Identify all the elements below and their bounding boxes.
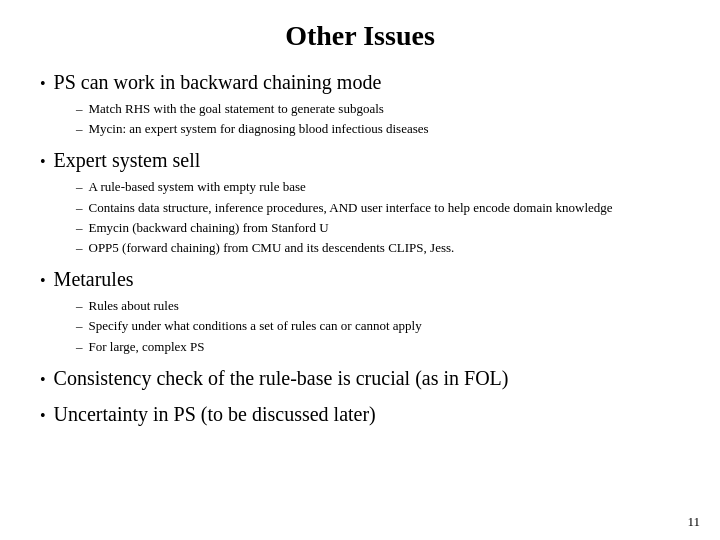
dash-icon: – bbox=[76, 239, 83, 257]
bullet-3: • Metarules bbox=[40, 265, 680, 293]
sub-bullets-2: – A rule-based system with empty rule ba… bbox=[40, 178, 680, 257]
slide-content: • PS can work in backward chaining mode … bbox=[40, 68, 680, 428]
sub-text-3-1: Rules about rules bbox=[89, 297, 179, 315]
bullet-5: • Uncertainty in PS (to be discussed lat… bbox=[40, 400, 680, 428]
bullet-symbol-5: • bbox=[40, 405, 46, 427]
sub-bullet-2-2: – Contains data structure, inference pro… bbox=[76, 199, 680, 217]
sub-text-3-3: For large, complex PS bbox=[89, 338, 205, 356]
bullet-symbol-3: • bbox=[40, 270, 46, 292]
bullet-symbol-1: • bbox=[40, 73, 46, 95]
dash-icon: – bbox=[76, 100, 83, 118]
sub-bullet-3-2: – Specify under what conditions a set of… bbox=[76, 317, 680, 335]
sub-bullet-3-1: – Rules about rules bbox=[76, 297, 680, 315]
bullet-4: • Consistency check of the rule-base is … bbox=[40, 364, 680, 392]
sub-bullet-2-3: – Emycin (backward chaining) from Stanfo… bbox=[76, 219, 680, 237]
sub-bullets-3: – Rules about rules – Specify under what… bbox=[40, 297, 680, 356]
bullet-text-3: Metarules bbox=[54, 265, 134, 293]
dash-icon: – bbox=[76, 199, 83, 217]
dash-icon: – bbox=[76, 178, 83, 196]
dash-icon: – bbox=[76, 219, 83, 237]
bullet-text-1: PS can work in backward chaining mode bbox=[54, 68, 382, 96]
sub-bullet-2-4: – OPP5 (forward chaining) from CMU and i… bbox=[76, 239, 680, 257]
sub-bullet-1-2: – Mycin: an expert system for diagnosing… bbox=[76, 120, 680, 138]
page-number: 11 bbox=[687, 514, 700, 530]
dash-icon: – bbox=[76, 317, 83, 335]
sub-bullet-1-1: – Match RHS with the goal statement to g… bbox=[76, 100, 680, 118]
dash-icon: – bbox=[76, 120, 83, 138]
dash-icon: – bbox=[76, 338, 83, 356]
slide-container: Other Issues • PS can work in backward c… bbox=[0, 0, 720, 540]
bullet-1: • PS can work in backward chaining mode bbox=[40, 68, 680, 96]
slide-title: Other Issues bbox=[40, 20, 680, 52]
sub-bullets-1: – Match RHS with the goal statement to g… bbox=[40, 100, 680, 138]
sub-text-2-4: OPP5 (forward chaining) from CMU and its… bbox=[89, 239, 455, 257]
bullet-text-2: Expert system sell bbox=[54, 146, 201, 174]
sub-text-2-1: A rule-based system with empty rule base bbox=[89, 178, 306, 196]
sub-bullet-3-3: – For large, complex PS bbox=[76, 338, 680, 356]
bullet-symbol-4: • bbox=[40, 369, 46, 391]
bullet-symbol-2: • bbox=[40, 151, 46, 173]
sub-text-2-2: Contains data structure, inference proce… bbox=[89, 199, 613, 217]
sub-text-1-2: Mycin: an expert system for diagnosing b… bbox=[89, 120, 429, 138]
dash-icon: – bbox=[76, 297, 83, 315]
bullet-text-5: Uncertainty in PS (to be discussed later… bbox=[54, 400, 376, 428]
sub-bullet-2-1: – A rule-based system with empty rule ba… bbox=[76, 178, 680, 196]
bullet-text-4: Consistency check of the rule-base is cr… bbox=[54, 364, 509, 392]
sub-text-3-2: Specify under what conditions a set of r… bbox=[89, 317, 422, 335]
bullet-2: • Expert system sell bbox=[40, 146, 680, 174]
sub-text-1-1: Match RHS with the goal statement to gen… bbox=[89, 100, 384, 118]
sub-text-2-3: Emycin (backward chaining) from Stanford… bbox=[89, 219, 329, 237]
